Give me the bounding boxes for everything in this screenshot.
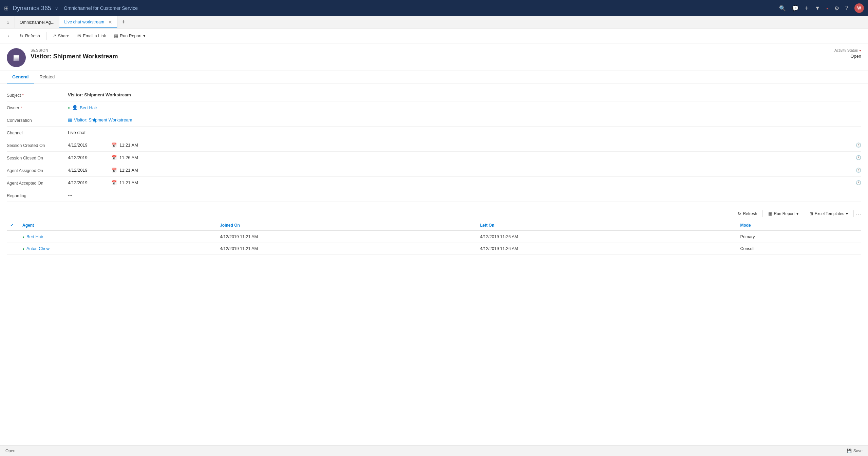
agent-accepted-date[interactable]: 4/12/2019 xyxy=(68,180,109,185)
col-left-on[interactable]: Left On xyxy=(477,220,737,231)
form-row-session-closed: Session Closed On 4/12/2019 📅 11:26 AM 🕐 xyxy=(7,152,861,164)
filter-icon[interactable]: ▼ xyxy=(815,5,820,11)
table-check-header[interactable]: ✓ xyxy=(7,220,19,231)
run-report-button[interactable]: ▦ Run Report ▾ xyxy=(111,32,149,40)
regarding-value[interactable]: --- xyxy=(68,193,861,198)
row1-check[interactable] xyxy=(7,231,19,243)
report-label: Run Report xyxy=(120,34,141,38)
session-closed-time[interactable]: 11:26 AM xyxy=(119,155,147,160)
sub-refresh-icon: ↻ xyxy=(738,211,741,216)
row2-left-on: 4/12/2019 11:26 AM xyxy=(477,243,737,255)
agent-assigned-datetime: 4/12/2019 📅 11:21 AM 🕐 xyxy=(68,168,861,173)
row2-check[interactable] xyxy=(7,243,19,255)
session-closed-label: Session Closed On xyxy=(7,155,68,160)
chat-icon[interactable]: 💬 xyxy=(792,5,799,12)
share-button[interactable]: ↗ Share xyxy=(49,32,73,40)
tab-general[interactable]: General xyxy=(7,71,34,83)
session-created-clock-icon[interactable]: 🕐 xyxy=(856,142,861,148)
tab-close-icon[interactable]: ✕ xyxy=(108,19,112,25)
sub-excel-button[interactable]: ⊞ Excel Templates ▾ xyxy=(806,210,851,217)
email-icon: ✉ xyxy=(77,33,81,38)
sub-run-report-button[interactable]: ▦ Run Report ▾ xyxy=(765,210,801,217)
conversation-link-text[interactable]: Visitor: Shipment Workstream xyxy=(74,117,132,122)
save-button[interactable]: 💾 Save xyxy=(847,449,863,453)
sub-toolbar-sep-1 xyxy=(762,210,763,217)
agent-accepted-clock-icon[interactable]: 🕐 xyxy=(856,180,861,185)
toolbar-separator-1 xyxy=(46,32,46,40)
report-caret-icon: ▾ xyxy=(143,33,146,38)
session-closed-cal-icon[interactable]: 📅 xyxy=(111,155,117,160)
grid-menu-icon[interactable]: ⊞ xyxy=(4,5,8,12)
owner-display: ● 👤 Bert Hair xyxy=(68,105,861,110)
session-closed-date[interactable]: 4/12/2019 xyxy=(68,155,109,160)
dynamics-title-text: Dynamics 365 xyxy=(13,5,51,12)
share-icon: ↗ xyxy=(53,33,56,38)
agent-accepted-value: 4/12/2019 📅 11:21 AM 🕐 xyxy=(68,180,861,185)
activity-status-section: Activity Status ● Open xyxy=(834,48,861,59)
col-mode-label: Mode xyxy=(740,223,751,228)
add-icon[interactable]: + xyxy=(805,4,809,12)
sub-report-label: Run Report xyxy=(774,211,794,216)
sub-refresh-button[interactable]: ↻ Refresh xyxy=(734,210,760,217)
agent-assigned-clock-icon[interactable]: 🕐 xyxy=(856,168,861,173)
agent-accepted-cal-icon[interactable]: 📅 xyxy=(111,180,117,185)
conversation-label: Conversation xyxy=(7,117,68,123)
activity-status-value[interactable]: Open xyxy=(834,54,861,59)
col-agent[interactable]: Agent ↑ xyxy=(19,220,216,231)
session-created-time[interactable]: 11:21 AM xyxy=(119,142,147,148)
activity-status-label: Activity Status ● xyxy=(834,48,861,52)
refresh-label: Refresh xyxy=(25,34,40,38)
subject-required-indicator: * xyxy=(22,94,24,97)
session-created-date[interactable]: 4/12/2019 xyxy=(68,142,109,148)
title-caret[interactable]: ∨ xyxy=(55,6,58,11)
toolbar: ← ↻ Refresh ↗ Share ✉ Email a Link ▦ Run… xyxy=(0,28,868,43)
sub-more-icon[interactable]: ⋯ xyxy=(856,211,861,217)
top-navigation: ⊞ Dynamics 365 ∨ Omnichannel for Custome… xyxy=(0,0,868,16)
col-mode[interactable]: Mode xyxy=(737,220,861,231)
help-icon[interactable]: ? xyxy=(845,5,848,11)
col-joined-on[interactable]: Joined On xyxy=(216,220,477,231)
channel-label: Channel xyxy=(7,130,68,135)
status-required-dot: ● xyxy=(859,49,861,52)
share-label: Share xyxy=(58,34,69,38)
home-tab[interactable]: ⌂ xyxy=(1,16,15,28)
owner-name-link[interactable]: Bert Hair xyxy=(80,105,97,110)
report-icon: ▦ xyxy=(114,33,118,38)
session-closed-clock-icon[interactable]: 🕐 xyxy=(856,155,861,160)
tab-add-button[interactable]: + xyxy=(117,16,129,28)
tab-related[interactable]: Related xyxy=(34,71,60,83)
subject-value[interactable]: Visitor: Shipment Workstream xyxy=(68,92,861,97)
row1-mode: Primary xyxy=(737,231,861,243)
email-link-button[interactable]: ✉ Email a Link xyxy=(74,32,109,40)
row2-agent-name[interactable]: ● Anton Chew xyxy=(22,246,213,251)
tab-omnichannel[interactable]: Omnichannel Ag... xyxy=(15,16,59,28)
row2-agent-name-text[interactable]: Anton Chew xyxy=(26,246,50,251)
session-created-cal-icon[interactable]: 📅 xyxy=(111,142,117,148)
agent-assigned-time[interactable]: 11:21 AM xyxy=(119,168,147,173)
agent-assigned-date[interactable]: 4/12/2019 xyxy=(68,168,109,173)
agent-assigned-cal-icon[interactable]: 📅 xyxy=(111,168,117,173)
refresh-button[interactable]: ↻ Refresh xyxy=(16,32,43,40)
tab-live-chat[interactable]: Live chat workstream ✕ xyxy=(59,16,117,28)
row1-agent-name[interactable]: ● Bert Hair xyxy=(22,234,213,239)
page-title: Visitor: Shipment Workstream xyxy=(31,53,834,60)
sub-refresh-label: Refresh xyxy=(743,211,757,216)
user-avatar[interactable]: W xyxy=(854,3,864,13)
form-row-owner: Owner * ● 👤 Bert Hair xyxy=(7,101,861,114)
col-left-label: Left On xyxy=(480,223,494,228)
agents-sub-table: ↻ Refresh ▦ Run Report ▾ ⊞ Excel Templat… xyxy=(0,207,868,262)
search-icon[interactable]: 🔍 xyxy=(779,5,786,12)
conversation-link[interactable]: ▦ Visitor: Shipment Workstream xyxy=(68,117,861,122)
row1-agent-name-text[interactable]: Bert Hair xyxy=(26,234,43,239)
agent-accepted-time[interactable]: 11:21 AM xyxy=(119,180,147,185)
settings-icon[interactable]: ⚙ xyxy=(834,5,839,12)
status-bar-text: Open xyxy=(5,449,15,453)
status-bar: Open 💾 Save xyxy=(0,445,868,456)
table-header-row: ✓ Agent ↑ Joined On Left On Mode xyxy=(7,220,861,231)
table-body: ● Bert Hair 4/12/2019 11:21 AM 4/12/2019… xyxy=(7,231,861,255)
agent-assigned-label: Agent Assigned On xyxy=(7,168,68,173)
col-agent-sort-icon[interactable]: ↑ xyxy=(36,224,38,227)
back-button[interactable]: ← xyxy=(4,32,15,40)
save-icon: 💾 xyxy=(847,449,852,453)
agent-accepted-datetime: 4/12/2019 📅 11:21 AM 🕐 xyxy=(68,180,861,185)
